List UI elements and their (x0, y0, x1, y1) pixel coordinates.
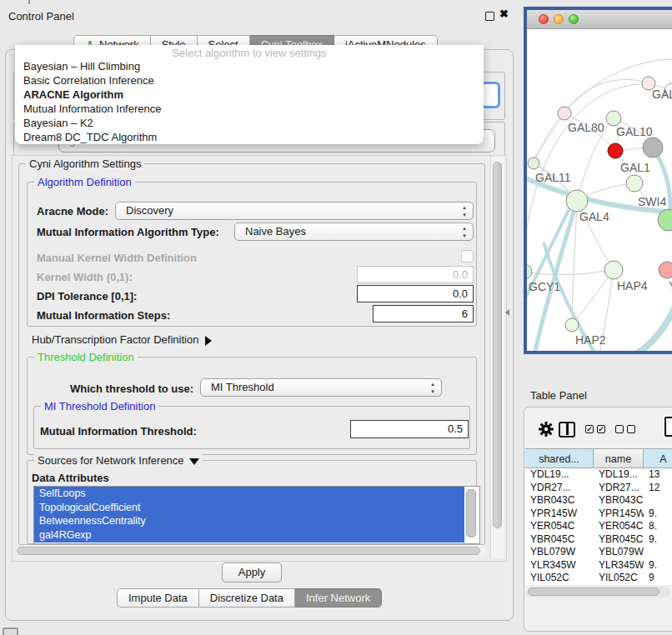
table-cell: 9. (644, 508, 672, 520)
split-view-icon[interactable] (559, 422, 575, 438)
manual-kernel-checkbox[interactable] (461, 250, 474, 262)
algorithm-option[interactable]: Bayesian – Hill Climbing (15, 59, 484, 73)
table-row[interactable]: YIL052CYIL052C9 (525, 572, 672, 585)
network-node-label: Y (669, 279, 672, 292)
mi-type-combo[interactable]: Naive Bayes ▴▾ (234, 222, 474, 241)
threshold-definition-title: Threshold Definition (34, 351, 138, 363)
table-row[interactable]: YPR145WYPR145W9. (525, 508, 672, 521)
close-traffic-light[interactable] (539, 14, 549, 24)
hub-definition-label: Hub/Transcription Factor Definition (32, 333, 198, 346)
attributes-scrollbar[interactable] (465, 488, 476, 540)
data-attributes-list[interactable]: SelfLoopsTopologicalCoefficientBetweenne… (33, 486, 480, 544)
mi-threshold-title: MI Threshold Definition (41, 400, 158, 412)
network-node[interactable] (528, 158, 539, 169)
settings-vertical-scrollbar[interactable] (490, 157, 504, 558)
network-canvas[interactable]: GALGAL80GAL10GAL1GAL11SWI4GAL4GCY1HAP4YH… (527, 29, 672, 351)
network-node[interactable] (608, 143, 623, 158)
network-view-window: GALGAL80GAL10GAL1GAL11SWI4GAL4GCY1HAP4YH… (524, 7, 672, 354)
table-row[interactable]: YLR345WYLR345W9. (525, 559, 672, 572)
attribute-list-item[interactable]: BetweennessCentrality (34, 514, 464, 528)
checked-columns-icon[interactable]: ✓ (597, 425, 605, 433)
table-horizontal-scrollbar[interactable] (527, 587, 670, 598)
hub-definition-toggle[interactable]: Hub/Transcription Factor Definition (32, 333, 212, 346)
table-cell: YBR045C (525, 533, 594, 546)
unchecked-columns-icon[interactable] (615, 425, 624, 433)
network-node[interactable] (527, 264, 532, 279)
network-node[interactable] (604, 261, 623, 279)
network-node-label: GAL1 (620, 161, 650, 174)
split-pane-collapse-handle[interactable] (505, 309, 509, 316)
network-node[interactable] (643, 138, 663, 158)
aracne-mode-label: Aracne Mode: (37, 205, 108, 218)
tab-infer-network[interactable]: Infer Network (295, 588, 382, 608)
expanded-arrow-icon (189, 458, 199, 465)
network-node[interactable] (659, 262, 672, 278)
network-edge[interactable] (637, 291, 672, 351)
table-rows: YDL19...YDL19...13YDR27...YDR27...12YBR0… (525, 468, 672, 585)
table-cell: YIL052C (525, 572, 594, 584)
mi-threshold-label: Mutual Information Threshold: (40, 425, 197, 438)
unchecked-columns-icon[interactable] (627, 425, 635, 433)
tab-discretize-data[interactable]: Discretize Data (199, 588, 295, 608)
mi-threshold-field[interactable]: 0.5 (350, 420, 469, 438)
network-node[interactable] (558, 107, 571, 120)
column-header[interactable]: name (594, 448, 644, 468)
settings-horizontal-scrollbar[interactable] (15, 545, 487, 557)
apply-button[interactable]: Apply (222, 562, 282, 582)
column-header[interactable]: A (644, 448, 672, 468)
table-cell: YBR045C (594, 533, 644, 546)
aracne-mode-combo[interactable]: Discovery ▴▾ (115, 202, 474, 220)
dpi-tolerance-field[interactable]: 0.0 (357, 285, 474, 302)
zoom-traffic-light[interactable] (569, 14, 579, 24)
table-row[interactable]: YER054CYER054C8. (525, 520, 672, 533)
table-row[interactable]: YBL079WYBL079W (525, 546, 672, 559)
column-header[interactable]: shared... (525, 448, 594, 468)
which-threshold-combo[interactable]: MI Threshold ▴▾ (200, 378, 442, 397)
stepper-arrows-icon: ▴▾ (460, 203, 469, 218)
document-icon[interactable] (664, 417, 672, 437)
table-row[interactable]: YBR043CYBR043C (525, 494, 672, 508)
table-cell: YDR27... (594, 482, 644, 494)
cyni-mode-tabbar: Impute DataDiscretize DataInfer Network (117, 588, 382, 608)
control-panel-title: Control Panel (8, 10, 74, 22)
table-cell: YBL079W (525, 546, 594, 558)
network-node[interactable] (566, 190, 588, 212)
attribute-list-item[interactable]: TopologicalCoefficient (34, 501, 464, 515)
table-row[interactable]: YDL19...YDL19...13 (525, 468, 672, 482)
table-cell: 9 (644, 572, 672, 584)
algorithm-option[interactable]: Bayesian – K2 (15, 116, 484, 130)
network-node-label: GAL80 (568, 121, 604, 134)
bottom-left-grid-icon[interactable] (3, 628, 18, 635)
algorithm-option[interactable]: Basic Correlation Inference (15, 73, 484, 88)
algorithm-option[interactable]: Mutual Information Inference (15, 102, 484, 116)
table-cell: YDL19... (525, 468, 594, 481)
network-window-titlebar[interactable] (527, 10, 672, 29)
gear-icon[interactable] (538, 421, 554, 438)
table-cell: YDL19... (594, 468, 644, 481)
attribute-list-item[interactable]: SelfLoops (34, 487, 464, 501)
sources-title: Sources for Network Inference (34, 454, 203, 467)
mi-steps-field[interactable]: 6 (373, 305, 474, 322)
attribute-list-item[interactable]: gal4RGexp (34, 528, 464, 542)
float-window-icon[interactable] (485, 12, 494, 21)
algorithm-dropdown-placeholder: Select algorithm to view settings (15, 47, 484, 59)
algorithm-option[interactable]: Dream8 DC_TDC Algorithm (15, 130, 484, 144)
algorithm-option[interactable]: ARACNE Algorithm (15, 88, 484, 102)
which-threshold-value: MI Threshold (211, 381, 274, 393)
kernel-width-field[interactable]: 0.0 (357, 266, 474, 283)
network-node-label: HAP2 (575, 333, 606, 347)
table-row[interactable]: YBR045CYBR045C9. (525, 533, 672, 547)
network-node[interactable] (606, 111, 621, 126)
table-cell: YLR345W (594, 559, 644, 572)
network-node[interactable] (626, 175, 643, 192)
network-node[interactable] (565, 318, 579, 332)
checked-columns-icon[interactable]: ✓ (585, 425, 594, 433)
table-row[interactable]: YDR27...YDR27...12 (525, 482, 672, 495)
manual-kernel-label: Manual Kernel Width Definition (37, 252, 197, 264)
table-cell: YBL079W (594, 546, 644, 558)
close-icon[interactable]: ✖ (499, 8, 509, 20)
tab-impute-data[interactable]: Impute Data (117, 588, 199, 608)
minimize-traffic-light[interactable] (554, 14, 564, 24)
table-cell: 9. (644, 533, 672, 546)
table-cell: 9. (644, 559, 672, 572)
